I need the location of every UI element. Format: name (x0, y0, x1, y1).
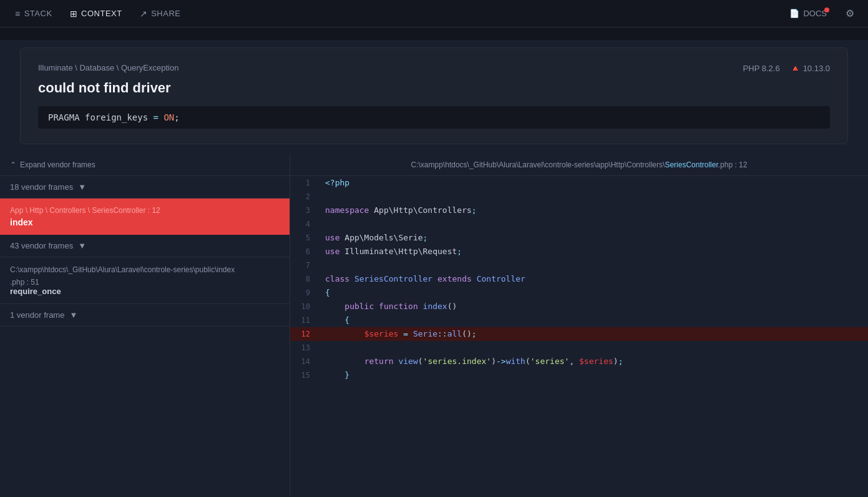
share-icon: ↗ (140, 9, 148, 19)
file-name: SeriesController (665, 160, 718, 169)
code-panel: C:\xampp\htdocs\_GitHub\Alura\Laravel\co… (290, 154, 868, 497)
code-line-3: 3 namespace App\Http\Controllers; (290, 204, 868, 217)
line-num-1: 1 (290, 176, 320, 190)
share-nav-item[interactable]: ↗ SHARE (132, 5, 188, 22)
line-content-15: } (320, 368, 868, 382)
settings-button[interactable]: ⚙ (839, 4, 861, 23)
line-num-11: 11 (290, 313, 320, 327)
pragma-keyword: PRAGMA foreign_keys (48, 112, 154, 122)
code-line-6: 6 use Illuminate\Http\Request; (290, 245, 868, 258)
nav-left: ≡ STACK ⊞ CONTEXT ↗ SHARE (7, 5, 188, 22)
active-frame-method: index (10, 217, 280, 227)
laravel-icon: 🔺 (790, 63, 801, 73)
code-line-4: 4 (290, 217, 868, 231)
divider (0, 27, 868, 40)
vendor-18-frames[interactable]: 18 vendor frames ▼ (0, 176, 290, 199)
line-num-7: 7 (290, 258, 320, 272)
context-icon: ⊞ (70, 9, 78, 19)
active-frame[interactable]: App \ Http \ Controllers \ SeriesControl… (0, 199, 290, 235)
line-content-11: { (320, 313, 868, 327)
code-snippet: PRAGMA foreign_keys = ON; (38, 106, 830, 129)
line-content-7 (320, 258, 868, 272)
docs-button[interactable]: 📄 DOCS (782, 5, 834, 22)
line-content-1: <?php (320, 176, 868, 190)
line-num-14: 14 (290, 355, 320, 368)
line-num-15: 15 (290, 368, 320, 382)
error-meta: PHP 8.2.6 🔺 10.13.0 (743, 63, 830, 73)
code-line-11: 11 { (290, 313, 868, 327)
exception-path: Illuminate \ Database \ QueryException (38, 63, 830, 72)
code-line-2: 2 (290, 190, 868, 204)
expand-vendor-label: Expand vendor frames (20, 160, 95, 169)
line-num-2: 2 (290, 190, 320, 204)
expand-vendor-icon: ⌃ (10, 160, 16, 169)
line-num-10: 10 (290, 300, 320, 313)
on-value: ON (163, 112, 174, 122)
file-path-bar: C:\xampp\htdocs\_GitHub\Alura\Laravel\co… (290, 154, 868, 176)
code-line-14: 14 return view('series.index')->with('se… (290, 355, 868, 368)
line-num-8: 8 (290, 272, 320, 286)
context-nav-item[interactable]: ⊞ CONTEXT (62, 5, 130, 22)
semicolon: ; (174, 112, 179, 122)
line-content-4 (320, 217, 868, 231)
php-version: PHP 8.2.6 (743, 64, 780, 73)
public-frame-php: .php : 51 (10, 278, 280, 287)
active-frame-path: App \ Http \ Controllers \ SeriesControl… (10, 206, 280, 215)
share-label: SHARE (151, 9, 180, 18)
file-path: C:\xampp\htdocs\_GitHub\Alura\Laravel\co… (411, 160, 665, 169)
public-frame-path: C:\xampp\htdocs\_GitHub\Alura\Laravel\co… (10, 265, 280, 275)
nav-right: 📄 DOCS ⚙ (782, 4, 861, 23)
line-content-14: return view('series.index')->with('serie… (320, 355, 868, 368)
stack-icon: ≡ (15, 9, 21, 19)
public-frame[interactable]: C:\xampp\htdocs\_GitHub\Alura\Laravel\co… (0, 257, 290, 304)
equals-op: = (154, 112, 164, 122)
line-num-6: 6 (290, 245, 320, 258)
line-num-5: 5 (290, 231, 320, 245)
code-view: 1 <?php 2 3 namespace App\Http\Controlle… (290, 176, 868, 382)
stack-nav-item[interactable]: ≡ STACK (7, 5, 60, 22)
line-content-2 (320, 190, 868, 204)
code-line-1: 1 <?php (290, 176, 868, 190)
line-content-5: use App\Models\Serie; (320, 231, 868, 245)
expand-vendor-button[interactable]: ⌃ Expand vendor frames (0, 154, 290, 176)
laravel-version: 10.13.0 (803, 64, 830, 73)
vendor-18-chevron: ▼ (78, 182, 86, 192)
docs-label: DOCS (803, 9, 827, 18)
line-num-13: 13 (290, 341, 320, 355)
docs-icon: 📄 (789, 9, 799, 18)
error-card: Illuminate \ Database \ QueryException c… (20, 47, 848, 144)
error-message: could not find driver (38, 80, 830, 96)
code-line-15: 15 } (290, 368, 868, 382)
code-line-5: 5 use App\Models\Serie; (290, 231, 868, 245)
line-content-3: namespace App\Http\Controllers; (320, 204, 868, 217)
docs-badge (824, 7, 829, 12)
top-navigation: ≡ STACK ⊞ CONTEXT ↗ SHARE 📄 DOCS ⚙ (0, 0, 868, 27)
line-num-4: 4 (290, 217, 320, 231)
vendor-43-frames[interactable]: 43 vendor frames ▼ (0, 235, 290, 257)
context-label: CONTEXT (81, 9, 122, 18)
line-content-13 (320, 341, 868, 355)
line-content-9: { (320, 286, 868, 300)
vendor-1-frame[interactable]: 1 vendor frame ▼ (0, 304, 290, 327)
line-num-9: 9 (290, 286, 320, 300)
stack-label: STACK (24, 9, 52, 18)
line-content-10: public function index() (320, 300, 868, 313)
line-num-12: 12 (290, 327, 320, 341)
code-line-7: 7 (290, 258, 868, 272)
code-line-13: 13 (290, 341, 868, 355)
line-num-3: 3 (290, 204, 320, 217)
code-line-8: 8 class SeriesController extends Control… (290, 272, 868, 286)
vendor-18-label: 18 vendor frames (10, 182, 73, 192)
code-line-10: 10 public function index() (290, 300, 868, 313)
vendor-43-chevron: ▼ (78, 241, 86, 250)
line-content-12: $series = Serie::all(); (320, 327, 868, 341)
stack-panel: ⌃ Expand vendor frames 18 vendor frames … (0, 154, 290, 497)
file-line: .php : 12 (718, 160, 748, 169)
vendor-1-chevron: ▼ (69, 310, 77, 320)
code-line-9: 9 { (290, 286, 868, 300)
error-card-container: Illuminate \ Database \ QueryException c… (0, 40, 868, 144)
laravel-version-wrap: 🔺 10.13.0 (790, 63, 830, 73)
line-content-6: use Illuminate\Http\Request; (320, 245, 868, 258)
code-line-12: 12 $series = Serie::all(); (290, 327, 868, 341)
vendor-43-label: 43 vendor frames (10, 241, 73, 250)
